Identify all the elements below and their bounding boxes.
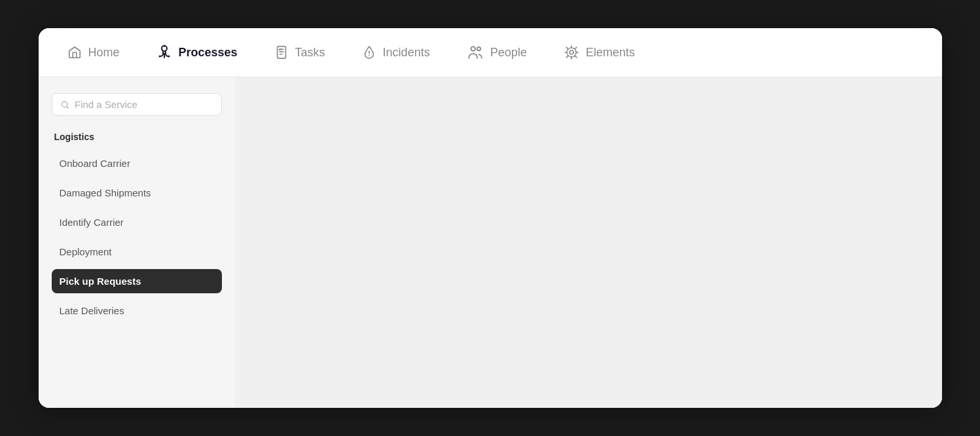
home-icon (67, 45, 82, 60)
people-icon (467, 44, 484, 61)
body-area: Logistics Onboard Carrier Damaged Shipme… (39, 77, 942, 408)
nav-home[interactable]: Home (65, 40, 122, 65)
svg-point-8 (567, 48, 576, 57)
svg-point-3 (168, 56, 170, 58)
top-nav: Home Processes Tasks (39, 28, 942, 77)
elements-icon (564, 45, 579, 60)
svg-rect-4 (277, 46, 285, 58)
sidebar-item-deployment[interactable]: Deployment (52, 240, 222, 264)
sidebar: Logistics Onboard Carrier Damaged Shipme… (39, 77, 235, 408)
tasks-icon (274, 45, 289, 60)
svg-point-5 (471, 46, 475, 51)
svg-point-1 (163, 45, 165, 47)
people-label: People (490, 46, 527, 60)
sidebar-item-onboard-carrier[interactable]: Onboard Carrier (52, 151, 222, 175)
sidebar-item-late-deliveries[interactable]: Late Deliveries (52, 299, 222, 323)
processes-icon (156, 45, 172, 60)
home-label: Home (88, 46, 120, 60)
main-content (235, 77, 942, 408)
search-box[interactable] (52, 93, 222, 116)
sidebar-item-pick-up-requests[interactable]: Pick up Requests (52, 269, 222, 293)
nav-incidents[interactable]: Incidents (359, 40, 433, 65)
svg-point-6 (477, 47, 480, 50)
sidebar-item-identify-carrier[interactable]: Identify Carrier (52, 210, 222, 234)
elements-label: Elements (586, 46, 635, 60)
svg-point-7 (570, 50, 573, 54)
search-icon (60, 100, 69, 110)
app-container: Home Processes Tasks (39, 28, 942, 408)
nav-processes[interactable]: Processes (154, 39, 240, 65)
incidents-icon (362, 45, 376, 60)
nav-elements[interactable]: Elements (561, 39, 638, 65)
search-input[interactable] (75, 99, 213, 110)
nav-people[interactable]: People (464, 39, 530, 66)
svg-point-2 (158, 56, 160, 58)
processes-label: Processes (179, 46, 238, 60)
sidebar-item-damaged-shipments[interactable]: Damaged Shipments (52, 181, 222, 205)
nav-tasks[interactable]: Tasks (272, 40, 328, 65)
tasks-label: Tasks (295, 46, 325, 60)
section-label: Logistics (52, 132, 222, 142)
incidents-label: Incidents (383, 46, 430, 60)
